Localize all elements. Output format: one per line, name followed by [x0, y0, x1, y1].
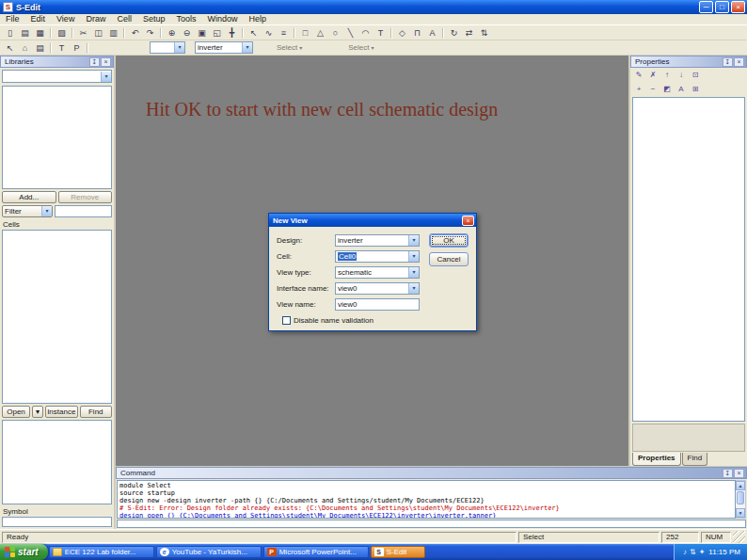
flip-vertical-icon[interactable]: ⇅: [477, 26, 491, 40]
cut-icon[interactable]: ✂: [76, 26, 90, 40]
pin-icon[interactable]: ↧: [723, 469, 733, 478]
properties-view-icon[interactable]: ▤: [33, 41, 47, 55]
cell-select[interactable]: Cell0 ▾: [335, 250, 420, 263]
scroll-up-icon[interactable]: ▲: [736, 481, 745, 490]
menu-file[interactable]: File: [0, 14, 25, 24]
bus-icon[interactable]: ≡: [277, 26, 291, 40]
separator[interactable]: [72, 27, 73, 39]
task-youtube[interactable]: e YouTube - YaTurkish...: [156, 546, 262, 558]
separator[interactable]: [242, 27, 244, 39]
command-panel-header[interactable]: Command ↧ ×: [116, 467, 747, 479]
move-down-icon[interactable]: ↓: [675, 69, 688, 81]
add-library-button[interactable]: Add...: [2, 191, 56, 203]
view-combo[interactable]: ▾: [150, 41, 185, 54]
menu-edit[interactable]: Edit: [25, 14, 52, 24]
ok-button[interactable]: OK: [429, 233, 469, 248]
task-ece-folder[interactable]: ECE 122 Lab folder...: [49, 546, 154, 558]
chevron-down-icon[interactable]: ▾: [174, 42, 184, 53]
polygon-icon[interactable]: △: [313, 26, 327, 40]
tab-properties[interactable]: Properties: [632, 453, 681, 466]
box-icon[interactable]: □: [298, 26, 312, 40]
open-cell-button[interactable]: Open: [2, 406, 30, 418]
chevron-down-icon[interactable]: ▾: [408, 267, 419, 278]
flip-horizontal-icon[interactable]: ⇄: [462, 26, 476, 40]
zoom-fit-icon[interactable]: ◱: [210, 26, 224, 40]
open-file-icon[interactable]: ▤: [18, 26, 32, 40]
remove-property-icon[interactable]: −: [646, 83, 660, 95]
chevron-down-icon[interactable]: ▾: [408, 283, 419, 294]
instance-icon[interactable]: ◇: [395, 26, 409, 40]
paste-icon[interactable]: ▥: [106, 26, 120, 40]
network-icon[interactable]: ⇅: [690, 548, 696, 556]
zoom-in-icon[interactable]: ⊕: [165, 26, 179, 40]
scroll-down-icon[interactable]: ▼: [736, 508, 745, 518]
select-mode-dropdown-1[interactable]: Select ▾: [277, 43, 302, 52]
libraries-panel-header[interactable]: Libraries ↧ ×: [0, 56, 114, 68]
expand-all-icon[interactable]: ⊞: [689, 83, 702, 95]
menu-draw[interactable]: Draw: [80, 14, 111, 24]
cells-list[interactable]: [2, 230, 112, 404]
separator[interactable]: [294, 27, 295, 39]
rotate-icon[interactable]: ↻: [447, 26, 461, 40]
color-swatch-icon[interactable]: ◩: [660, 83, 674, 95]
undo-icon[interactable]: ↶: [128, 26, 142, 40]
print-icon[interactable]: ▨: [55, 26, 69, 40]
pin-icon[interactable]: ↧: [89, 57, 100, 67]
chevron-down-icon[interactable]: ▾: [101, 72, 111, 82]
chevron-down-icon[interactable]: ▾: [242, 42, 252, 53]
command-input[interactable]: [117, 520, 746, 528]
start-button[interactable]: start: [0, 544, 48, 560]
titlebar[interactable]: S S-Edit ─ □ ×: [0, 0, 747, 14]
chevron-down-icon[interactable]: ▾: [41, 206, 52, 216]
redo-icon[interactable]: ↷: [143, 26, 157, 40]
close-icon[interactable]: ×: [101, 57, 111, 67]
menu-view[interactable]: View: [51, 14, 80, 24]
libraries-list[interactable]: [2, 86, 112, 189]
design-combo[interactable]: inverter ▾: [195, 41, 253, 54]
delete-property-icon[interactable]: ✗: [646, 69, 660, 81]
dialog-close-button[interactable]: ×: [462, 216, 474, 226]
view-name-input[interactable]: view0: [335, 298, 420, 311]
interface-name-select[interactable]: view0 ▾: [335, 282, 420, 295]
pin-icon[interactable]: ↧: [723, 57, 733, 67]
find-cell-button[interactable]: Find: [80, 406, 113, 418]
scroll-thumb[interactable]: [737, 491, 744, 504]
separator[interactable]: [50, 42, 52, 54]
wire-icon[interactable]: ∿: [262, 26, 276, 40]
disable-validation-checkbox[interactable]: [282, 316, 291, 325]
remove-library-button[interactable]: Remove: [58, 191, 113, 203]
line-icon[interactable]: ╲: [343, 26, 358, 40]
chevron-down-icon[interactable]: ▾: [408, 251, 419, 262]
save-icon[interactable]: ▦: [33, 26, 47, 40]
close-button[interactable]: ×: [731, 1, 745, 13]
home-view-icon[interactable]: ⌂: [18, 41, 32, 55]
move-up-icon[interactable]: ↑: [660, 69, 674, 81]
separator[interactable]: [123, 27, 125, 39]
scroll-track[interactable]: [736, 490, 745, 508]
open-cell-dropdown[interactable]: ▾: [32, 406, 43, 418]
select-mode-dropdown-2[interactable]: Select ▾: [348, 43, 374, 52]
close-icon[interactable]: ×: [734, 57, 744, 67]
chevron-down-icon[interactable]: ▾: [408, 235, 419, 246]
separator[interactable]: [50, 27, 52, 39]
menu-help[interactable]: Help: [243, 14, 272, 24]
properties-list[interactable]: [632, 97, 745, 422]
edit-property-icon[interactable]: ✎: [632, 69, 645, 81]
cursor-icon[interactable]: ↖: [246, 26, 261, 40]
security-icon[interactable]: ✦: [699, 548, 706, 556]
text-icon[interactable]: T: [374, 26, 388, 40]
new-file-icon[interactable]: ▯: [3, 26, 17, 40]
minimize-button[interactable]: ─: [699, 1, 713, 13]
schematic-canvas[interactable]: Hit OK to start with new cell schematic …: [116, 56, 628, 466]
dialog-titlebar[interactable]: New View ×: [269, 214, 476, 227]
separator[interactable]: [442, 27, 444, 39]
port-tool-icon[interactable]: P: [70, 41, 84, 55]
menu-cell[interactable]: Cell: [111, 14, 137, 24]
menu-tools[interactable]: Tools: [170, 14, 201, 24]
lock-icon[interactable]: ⊡: [689, 69, 702, 81]
task-powerpoint[interactable]: P Microsoft PowerPoint...: [263, 546, 369, 558]
zoom-out-icon[interactable]: ⊖: [180, 26, 194, 40]
add-property-icon[interactable]: +: [632, 83, 645, 95]
menu-setup[interactable]: Setup: [137, 14, 171, 24]
filter-dropdown[interactable]: Filter ▾: [2, 205, 53, 217]
